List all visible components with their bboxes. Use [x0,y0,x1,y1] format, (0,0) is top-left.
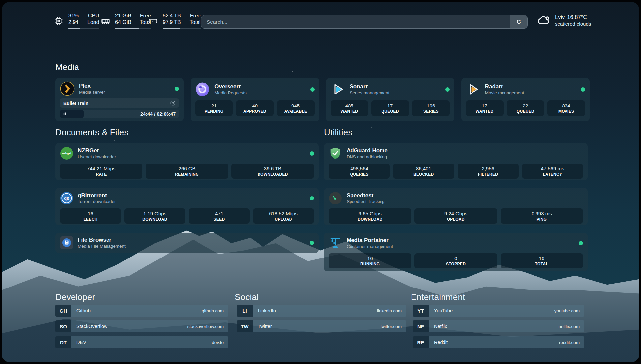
status-dot [175,87,179,91]
weather-widget: Lviv, 16.87°C scattered clouds [537,13,591,27]
section-title-documents: Documents & Files [55,127,129,137]
stat-downloaded: 39.6 TBDOWNLOADED [231,164,314,179]
search-engine-button[interactable]: G [510,15,527,28]
stat-ping: 0.993 msPING [501,208,583,224]
stat-download: 1.19 GbpsDOWNLOAD [124,208,185,224]
bookmark-name: LinkedIn [253,308,377,313]
bookmark-reddit[interactable]: RE Reddit reddit.com [413,336,584,348]
stat-filtered: 2,956FILTERED [458,164,519,179]
now-playing-row: Bullet Train [60,98,179,108]
stat-seed: 471SEED [189,208,250,224]
bookmark-netflix[interactable]: NF Netflix netflix.com [413,320,584,332]
app-card-overseerr[interactable]: Overseerr Media Requests 21PENDING 40APP… [191,78,319,121]
weather-condition: scattered clouds [555,21,591,27]
bookmark-twitter[interactable]: TW Twitter twitter.com [237,320,406,332]
app-card-sonarr[interactable]: Sonarr Series management 485WANTED 17QUE… [326,78,454,121]
stat-queued: 17QUEUED [371,100,409,116]
overseerr-icon [195,82,210,97]
memory-free: 21 GiB [115,13,131,19]
bookmark-name: YouTube [429,308,554,313]
stat-queued: 22QUEUED [507,100,544,116]
section-title-entertainment: Entertainment [411,292,465,302]
app-card-adguard[interactable]: AdGuard Home DNS and adblocking 498,564Q… [324,143,588,180]
cpu-usage: 31% [68,13,79,19]
stat-pending: 21PENDING [195,100,233,116]
hard-drive-icon [148,16,158,26]
bookmark-dev[interactable]: DT DEV dev.to [55,336,228,348]
app-name: Overseerr [214,83,247,90]
memory-total: 64 GiB [115,19,131,26]
bookmark-url: reddit.com [559,340,584,345]
bookmark-linkedin[interactable]: LI LinkedIn linkedin.com [237,305,406,317]
portainer-icon [329,236,342,250]
app-subtitle: Media server [79,89,105,95]
bookmarks-entertainment: YT YouTube youtube.com NF Netflix netfli… [413,305,584,352]
status-dot [445,87,450,92]
app-subtitle: Container management [347,244,393,250]
status-dot [581,87,585,92]
bookmark-url: stackoverflow.com [187,324,228,329]
section-title-media: Media [55,62,79,72]
bookmark-url: youtube.com [554,308,584,313]
app-card-radarr[interactable]: Radarr Movie management 17WANTED 22QUEUE… [461,78,590,121]
section-title-social: Social [235,292,259,302]
disk-total-label: Total [190,19,201,26]
app-card-portainer[interactable]: Media Portainer Container management 16R… [324,233,588,271]
bookmark-name: Github [71,308,202,313]
bookmark-url: netflix.com [558,324,584,329]
app-name: Radarr [485,83,524,90]
stat-total: 16TOTAL [501,253,583,268]
bookmark-abbr: NF [413,320,429,332]
bookmarks-developer: GH Github github.com SO StackOverflow st… [55,305,228,352]
app-card-nzbget[interactable]: nzbget NZBGet Usenet downloader 744.21 M… [55,143,319,180]
dashboard: 31% 2.94 CPU Load 21 GiB 64 GiB Free [2,2,639,362]
app-subtitle: DNS and adblocking [347,154,388,160]
bookmark-url: dev.to [212,340,228,345]
status-dot [310,241,314,245]
cloud-icon [537,13,551,27]
stat-movies: 834MOVIES [547,100,585,116]
svg-text:qb: qb [64,196,69,201]
app-subtitle: Media File Management [78,243,126,249]
stat-available: 945AVAILABLE [277,100,315,116]
stat-latency: 47.569 msLATENCY [522,164,583,179]
disk-widget: 52.4 TB 97.9 TB Free Total [148,13,201,29]
app-name: Speedtest [347,192,385,199]
bookmarks-social: LI LinkedIn linkedin.com TW Twitter twit… [237,305,406,336]
memory-progress-bar [115,28,151,29]
disk-free: 52.4 TB [163,13,181,19]
stat-leech: 16LEECH [60,208,121,224]
bookmark-youtube[interactable]: YT YouTube youtube.com [413,305,584,317]
stat-wanted: 485WANTED [331,100,368,116]
stat-approved: 40APPROVED [236,100,274,116]
bookmark-name: DEV [71,340,212,345]
bookmark-abbr: DT [55,336,71,348]
bookmark-abbr: TW [237,320,253,332]
app-subtitle: Torrent downloader [78,199,116,205]
app-name: NZBGet [78,147,116,154]
search-input[interactable] [201,15,510,28]
bookmark-abbr: LI [237,305,253,317]
app-card-qbittorrent[interactable]: qb qBittorrent Torrent downloader 16LEEC… [55,188,319,225]
search-bar: G [201,15,528,29]
stat-series: 196SERIES [412,100,450,116]
bookmark-abbr: GH [55,305,71,317]
playback-progress: 24:44 / 02:06:47 [60,110,179,118]
cpu-load: 2.94 [68,19,79,26]
app-subtitle: Movie management [485,90,524,96]
stat-upload: 618.52 MbpsUPLOAD [253,208,314,224]
bookmark-abbr: YT [413,305,429,317]
app-card-plex[interactable]: Plex Media server Bullet Train [55,78,184,121]
memory-widget: 21 GiB 64 GiB Free Total [100,13,151,29]
plex-icon [60,81,75,96]
app-card-filebrowser[interactable]: File Browser Media File Management [55,233,319,253]
stream-icon [170,100,176,106]
svg-text:nzbget: nzbget [62,152,71,155]
cpu-progress-bar [68,28,99,29]
disk-free-label: Free [190,13,201,19]
bookmark-github[interactable]: GH Github github.com [55,305,228,317]
cpu-widget: 31% 2.94 CPU Load [53,13,99,29]
bookmark-stackoverflow[interactable]: SO StackOverflow stackoverflow.com [55,320,228,332]
snow-specks [2,2,3,3]
app-card-speedtest[interactable]: Speedtest Speedtest Tracking 9.65 GbpsDO… [324,188,588,225]
